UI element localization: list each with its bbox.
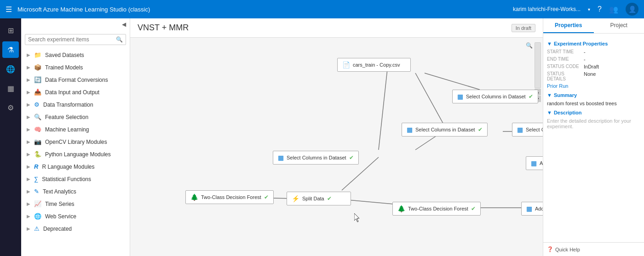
arrow-icon: ▶ — [27, 164, 30, 169]
sidebar-label-python-modules: Python Language Modules — [45, 151, 126, 158]
node-select-cols-1[interactable]: ▦ Select Columns in Dataset ✔ — [452, 90, 538, 103]
sidebar-label-machine-learning: Machine Learning — [45, 126, 126, 133]
section-summary-arrow-icon: ▼ — [547, 92, 552, 98]
node-select-cols-can[interactable]: ▦ Select Columns in Dataset ✔ — [273, 151, 359, 165]
right-panel: Properties Project ▼ Experiment Properti… — [543, 18, 644, 256]
hamburger-icon[interactable]: ☰ — [6, 5, 12, 14]
two-class-2-check: ✔ — [471, 205, 476, 212]
section-summary[interactable]: ▼ Summary — [547, 92, 640, 98]
sidebar-collapse-btn[interactable]: ◀ — [122, 21, 126, 28]
app-title: Microsoft Azure Machine Learning Studio … — [17, 6, 507, 13]
help-circle-icon: ❓ — [547, 246, 553, 252]
time-series-icon: 📈 — [34, 200, 41, 207]
r-icon: R — [34, 163, 38, 170]
search-input[interactable] — [28, 36, 114, 43]
two-class-2-label: Two-Class Decision Forest — [408, 206, 468, 211]
sidebar-item-statistical-functions[interactable]: ▶ ∑ Statistical Functions — [21, 173, 130, 185]
status-badge: In draft — [512, 24, 535, 32]
sidebar-item-opencv[interactable]: ▶ 📷 OpenCV Library Modules — [21, 136, 130, 148]
arrow-icon: ▶ — [27, 52, 30, 57]
sidebar-item-time-series[interactable]: ▶ 📈 Time Series — [21, 198, 130, 210]
arrow-icon: ▶ — [27, 226, 30, 231]
sidebar-label-feature-selection: Feature Selection — [45, 114, 126, 120]
deprecated-icon: ⚠ — [34, 225, 40, 232]
iconbar-settings[interactable]: ⚙ — [2, 99, 19, 116]
data-format-icon: 🔄 — [34, 76, 41, 83]
top-nav-right: karim lahrichi-Free-Works... ▾ ? 👥 👤 — [513, 3, 638, 16]
prior-run-link[interactable]: Prior Run — [547, 83, 640, 89]
iconbar-home[interactable]: ⊞ — [2, 22, 19, 39]
canvas-body[interactable]: ▲ ▼ 🔍 📄 cars_train - Copy.csv ▦ Select C… — [130, 38, 543, 256]
sidebar-item-python-modules[interactable]: ▶ 🐍 Python Language Modules — [21, 148, 130, 160]
sidebar-search-box: 🔍 — [25, 34, 126, 45]
tab-project[interactable]: Project — [594, 18, 644, 33]
section-desc-arrow-icon: ▼ — [547, 110, 552, 115]
sidebar-label-text-analytics: Text Analytics — [43, 188, 126, 195]
arrow-icon: ▶ — [27, 114, 30, 119]
node-apply-sql[interactable]: ▦ Apply SQL Transfor... — [526, 156, 543, 170]
sidebar-item-trained-models[interactable]: ▶ 📦 Trained Models — [21, 61, 130, 74]
arrow-icon: ▶ — [27, 77, 30, 82]
sidebar-item-text-analytics[interactable]: ▶ ✎ Text Analytics — [21, 185, 130, 198]
sidebar-item-data-transformation[interactable]: ▶ ⚙ Data Transformation — [21, 98, 130, 111]
sidebar-item-deprecated[interactable]: ▶ ⚠ Deprecated — [21, 222, 130, 235]
search-icon: 🔍 — [116, 36, 123, 43]
canvas-title: VNST + MMR — [138, 23, 189, 33]
user-name[interactable]: karim lahrichi-Free-Works... — [513, 6, 581, 12]
tab-properties[interactable]: Properties — [543, 18, 594, 33]
select-cols-2-check: ✔ — [478, 126, 483, 133]
sidebar-label-r-modules: R Language Modules — [42, 164, 126, 170]
sidebar-items-list: ▶ 📁 Saved Datasets ▶ 📦 Trained Models ▶ … — [21, 49, 130, 256]
sidebar-item-web-service[interactable]: ▶ 🌐 Web Service — [21, 210, 130, 222]
description-placeholder: Enter the detailed description for your … — [547, 118, 640, 129]
quick-help-label: Quick Help — [555, 247, 580, 252]
node-split-data[interactable]: ⚡ Split Data ✔ — [287, 192, 351, 205]
split-data-icon: ⚡ — [292, 195, 299, 202]
sidebar-label-saved-datasets: Saved Datasets — [45, 52, 126, 58]
select-cols-can-label: Select Columns in Dataset — [287, 155, 346, 160]
opencv-icon: 📷 — [34, 138, 41, 145]
sidebar-item-r-modules[interactable]: ▶ R R Language Modules — [21, 160, 130, 173]
svg-line-0 — [425, 73, 480, 90]
stats-icon: ∑ — [34, 176, 38, 182]
iconbar-globe[interactable]: 🌐 — [2, 61, 19, 77]
prop-status-details: STATUS DETAILS None — [547, 71, 640, 81]
section-experiment-properties[interactable]: ▼ Experiment Properties — [547, 41, 640, 46]
sidebar-label-deprecated: Deprecated — [43, 226, 126, 232]
select-cols-1-check: ✔ — [529, 93, 533, 100]
machine-learning-icon: 🧠 — [34, 126, 41, 133]
main-area: VNST + MMR In draft — [130, 18, 543, 256]
sidebar-item-saved-datasets[interactable]: ▶ 📁 Saved Datasets — [21, 49, 130, 61]
prop-status-details-value: None — [584, 71, 596, 81]
text-analytics-icon: ✎ — [34, 188, 39, 195]
right-panel-tabs: Properties Project — [543, 18, 644, 34]
prop-status-details-label: STATUS DETAILS — [547, 71, 584, 81]
node-add-columns[interactable]: ▦ Add Columns — [521, 202, 543, 216]
app-body: ⊞ ⚗ 🌐 ▦ ⚙ ◀ 🔍 ▶ 📁 Saved Datasets ▶ 📦 Tra… — [0, 18, 644, 256]
prop-end-time-value: - — [584, 57, 586, 62]
prop-status-code: STATUS CODE InDraft — [547, 64, 640, 69]
arrow-icon: ▶ — [27, 65, 30, 70]
node-select-cols-2[interactable]: ▦ Select Columns in Dataset ✔ — [402, 123, 488, 137]
iconbar-experiments[interactable]: ⚗ — [2, 41, 19, 58]
help-icon[interactable]: ? — [598, 5, 602, 13]
add-columns-label: Add Columns — [535, 206, 543, 211]
node-select-cols-3[interactable]: ▦ Select Columns in Dataset — [512, 123, 543, 137]
split-data-label: Split Data — [302, 196, 324, 201]
chevron-icon: ▾ — [588, 7, 590, 12]
section-description[interactable]: ▼ Description — [547, 110, 640, 115]
sidebar-item-machine-learning[interactable]: ▶ 🧠 Machine Learning — [21, 123, 130, 136]
sidebar-item-data-format-conversions[interactable]: ▶ 🔄 Data Format Conversions — [21, 74, 130, 86]
prop-start-time-value: - — [584, 49, 586, 55]
sidebar-item-feature-selection[interactable]: ▶ 🔍 Feature Selection — [21, 111, 130, 123]
prop-start-time: START TIME - — [547, 49, 640, 55]
node-two-class-2[interactable]: 🌲 Two-Class Decision Forest ✔ — [392, 202, 481, 216]
people-icon[interactable]: 👥 — [609, 5, 618, 14]
node-csv[interactable]: 📄 cars_train - Copy.csv — [337, 58, 411, 72]
iconbar-database[interactable]: ▦ — [2, 80, 19, 97]
sidebar-item-data-input-output[interactable]: ▶ 📥 Data Input and Output — [21, 86, 130, 98]
canvas-zoom-icon[interactable]: 🔍 — [526, 42, 533, 49]
node-two-class-1[interactable]: 🌲 Two-Class Decision Forest ✔ — [185, 190, 274, 204]
user-avatar[interactable]: 👤 — [626, 3, 638, 16]
web-service-icon: 🌐 — [34, 213, 41, 220]
